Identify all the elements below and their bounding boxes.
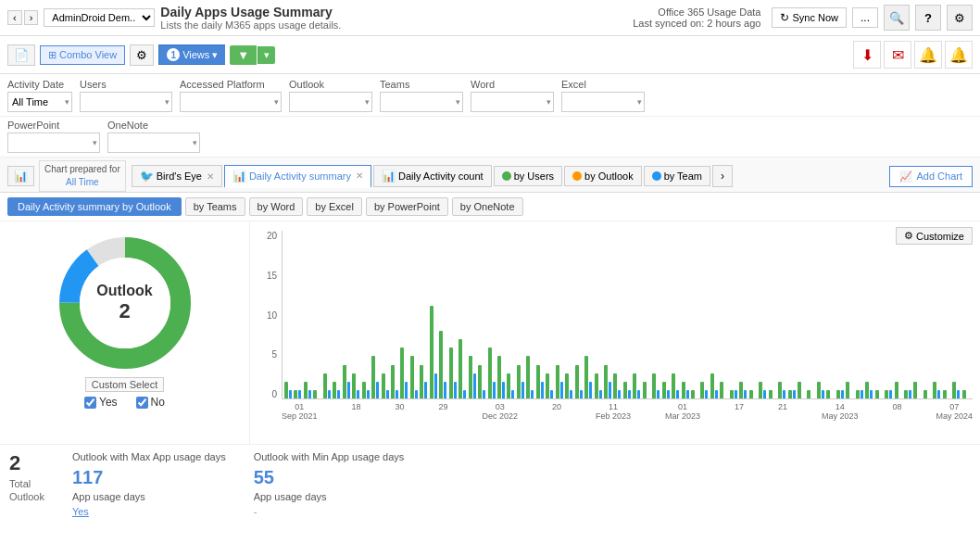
- bar-green: [400, 347, 404, 398]
- bar-pair: [439, 231, 447, 398]
- sub-tab-by-powerpoint[interactable]: by PowerPoint: [366, 197, 448, 216]
- bar-pair: [565, 231, 573, 398]
- action-icons: ⬇ ✉ 🔔 🔔: [853, 41, 973, 69]
- bar-green: [352, 373, 356, 398]
- sync-icon: ↻: [780, 11, 789, 24]
- outlook-label: Outlook: [289, 79, 372, 90]
- bar-green: [546, 373, 549, 398]
- activity-date-label: Activity Date: [7, 79, 72, 90]
- tab-by-users[interactable]: by Users: [494, 166, 562, 186]
- no-checkbox[interactable]: No: [136, 396, 165, 409]
- yes-checkbox[interactable]: Yes: [84, 396, 118, 409]
- filter-extra-btn[interactable]: ▾: [258, 46, 275, 64]
- more-options-btn[interactable]: ...: [852, 7, 878, 28]
- word-select[interactable]: [471, 92, 554, 112]
- account-btn[interactable]: ⚙: [947, 5, 973, 31]
- sub-tab-by-excel[interactable]: by Excel: [307, 197, 362, 216]
- bar-green: [682, 382, 685, 398]
- teams-select[interactable]: [380, 92, 463, 112]
- customize-btn[interactable]: ⚙ Customize: [896, 227, 973, 245]
- max-link[interactable]: Yes: [72, 505, 226, 519]
- onenote-label: OneNote: [107, 120, 200, 131]
- onenote-filter: OneNote ▾: [107, 120, 200, 153]
- combo-view-btn[interactable]: ⊞ Combo View: [40, 45, 125, 65]
- activity-date-select[interactable]: All Time: [7, 92, 72, 112]
- donut-chart-panel: Outlook 2 Custom Select Yes No: [0, 221, 250, 444]
- bar-green: [739, 382, 743, 398]
- doc-btn[interactable]: 📄: [7, 44, 35, 66]
- sub-tab-by-onenote[interactable]: by OneNote: [452, 197, 523, 216]
- tab-daily-activity-count[interactable]: 📊 Daily Activity count: [373, 165, 492, 187]
- sub-tab-by-word[interactable]: by Word: [249, 197, 304, 216]
- chart-prepared-label: Chart prepared for All Time: [39, 160, 126, 192]
- tabs-nav-right[interactable]: ›: [712, 165, 733, 187]
- mail-btn[interactable]: ✉: [884, 41, 911, 69]
- page-title: Daily Apps Usage Summary: [160, 5, 627, 19]
- toolbar: 📄 ⊞ Combo View ⚙ 1 Views ▾ ▼ ▾ ⬇ ✉ 🔔 🔔: [0, 36, 980, 74]
- filter-btn[interactable]: ▼: [230, 45, 257, 65]
- bar-pair: [430, 231, 438, 398]
- team-circle-icon: [652, 171, 661, 181]
- views-btn[interactable]: 1 Views ▾: [158, 44, 225, 65]
- users-select[interactable]: [80, 92, 172, 112]
- bar-green: [778, 382, 782, 398]
- bar-pair: [294, 231, 302, 398]
- onenote-select[interactable]: [107, 133, 200, 153]
- app-selector[interactable]: AdminDroid Dem...: [44, 8, 155, 27]
- chart-tabs-row: 📊 Chart prepared for All Time 🐦 Bird's E…: [0, 158, 980, 193]
- chart-bar-icon-btn[interactable]: 📊: [7, 166, 34, 186]
- bar-pair: [633, 231, 641, 398]
- bar-pair: [613, 231, 622, 398]
- outlook-select[interactable]: [289, 92, 372, 112]
- tab-by-team[interactable]: by Team: [644, 166, 710, 186]
- bar-green: [449, 347, 453, 398]
- back-btn[interactable]: ‹: [7, 10, 22, 25]
- bar-green: [469, 356, 472, 398]
- sync-btn[interactable]: ↻ Sync Now: [772, 7, 847, 28]
- search-btn[interactable]: 🔍: [884, 5, 910, 31]
- bar-green: [643, 382, 647, 398]
- all-time-link[interactable]: All Time: [44, 176, 120, 189]
- bar-blue: [386, 390, 389, 398]
- excel-select[interactable]: [561, 92, 645, 112]
- sub-tab-by-teams[interactable]: by Teams: [185, 197, 245, 216]
- bell-btn[interactable]: 🔔: [945, 41, 973, 69]
- bar-green: [410, 356, 414, 398]
- bar-blue: [570, 390, 572, 398]
- bar-blue: [628, 390, 631, 398]
- bar-green: [391, 365, 395, 398]
- accessed-platform-select[interactable]: [180, 92, 282, 112]
- outlook-label-summary: Outlook: [9, 490, 44, 503]
- bar-blue: [657, 390, 660, 398]
- bar-pair: [895, 231, 903, 398]
- bar-blue: [289, 390, 292, 398]
- bar-green: [885, 390, 888, 398]
- help-btn[interactable]: ?: [915, 5, 941, 31]
- bar-green: [652, 373, 656, 398]
- download-btn[interactable]: ⬇: [853, 41, 881, 69]
- bar-pair: [952, 231, 961, 398]
- notification-btn[interactable]: 🔔: [914, 41, 942, 69]
- bar-pair: [449, 231, 458, 398]
- word-filter: Word ▾: [471, 79, 554, 112]
- bar-blue: [550, 390, 553, 398]
- powerpoint-select[interactable]: [7, 133, 100, 153]
- powerpoint-label: PowerPoint: [7, 120, 100, 131]
- sub-tab-by-outlook[interactable]: Daily Activity summary by Outlook: [7, 197, 182, 216]
- tab-daily-activity-summary[interactable]: 📊 Daily Activity summary ✕: [224, 165, 371, 188]
- bar-blue: [502, 382, 505, 398]
- bar-blue: [483, 390, 485, 398]
- min-app-summary: Outlook with Min App usage days 55 App u…: [254, 450, 405, 519]
- bar-blue: [560, 382, 563, 398]
- daily-summary-close[interactable]: ✕: [356, 170, 363, 181]
- bar-green: [952, 382, 956, 398]
- y-axis: 20 15 10 5 0: [258, 231, 280, 399]
- tab-birds-eye[interactable]: 🐦 Bird's Eye ✕: [132, 165, 222, 187]
- birds-eye-close[interactable]: ✕: [207, 171, 214, 182]
- forward-btn[interactable]: ›: [24, 10, 39, 25]
- bar-pair: [469, 231, 477, 398]
- outlook-circle-icon: [572, 171, 582, 181]
- tab-by-outlook[interactable]: by Outlook: [564, 166, 642, 186]
- settings-btn[interactable]: ⚙: [130, 44, 154, 66]
- add-chart-btn[interactable]: 📈 Add Chart: [889, 166, 973, 187]
